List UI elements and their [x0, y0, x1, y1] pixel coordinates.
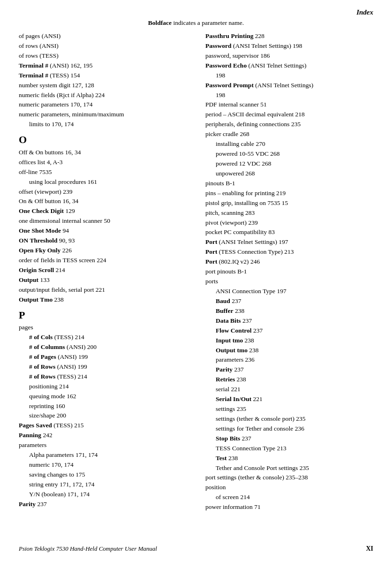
list-item: number system digit 127, 128 — [19, 81, 192, 91]
list-item: 198 — [205, 91, 373, 100]
list-item: powered 10-55 VDC 268 — [205, 149, 373, 159]
list-item: ANSI Connection Type 197 — [205, 287, 373, 296]
content-columns: of pages (ANSI) of rows (ANSI) of rows (… — [19, 31, 373, 512]
list-item: unpowered 268 — [205, 169, 373, 179]
list-item: parameters — [19, 440, 192, 450]
list-item: Y/N (boolean) 171, 174 — [19, 490, 192, 500]
subtitle-bold: Boldface — [148, 19, 172, 26]
page-header: Index — [19, 8, 373, 16]
list-item: Port (TESS Connection Type) 213 — [205, 247, 373, 257]
list-item: serial 221 — [205, 385, 373, 394]
list-item: # of Rows (TESS) 214 — [19, 372, 192, 382]
section-header-p: P — [19, 309, 192, 322]
list-item: Origin Scroll 214 — [19, 265, 192, 275]
list-item: Password Prompt (ANSI Telnet Settings) — [205, 81, 373, 91]
list-item: Terminal # (TESS) 154 — [19, 71, 192, 81]
subtitle: Boldface indicates a parameter name. — [19, 19, 373, 27]
list-item: numeric parameters, minimum/maximum — [19, 110, 192, 120]
list-item: positioning 214 — [19, 382, 192, 392]
list-item: Alpha parameters 171, 174 — [19, 450, 192, 460]
list-item: of screen 214 — [205, 493, 373, 502]
list-item: one dimensional internal scanner 50 — [19, 216, 192, 226]
list-item: Serial In/Out 221 — [205, 394, 373, 404]
list-item: numeric parameters 170, 174 — [19, 100, 192, 110]
list-item: string entry 171, 172, 174 — [19, 480, 192, 490]
list-item: settings (tether & console port) 235 — [205, 414, 373, 424]
list-item: Terminal # (ANSI) 162, 195 — [19, 61, 192, 71]
list-item: # of Rows (ANSI) 199 — [19, 362, 192, 372]
list-item: Test 238 — [205, 454, 373, 463]
list-item: Panning 242 — [19, 431, 192, 440]
page-footer: Psion Teklogix 7530 Hand-Held Computer U… — [0, 545, 392, 553]
list-item: parameters 236 — [205, 355, 373, 365]
list-item: reprinting 160 — [19, 402, 192, 411]
list-item: output/input fields, serial port 221 — [19, 285, 192, 295]
list-item: port settings (tether & console) 235–238 — [205, 473, 373, 483]
list-item: # of Columns (ANSI) 200 — [19, 342, 192, 352]
list-item: Flow Control 237 — [205, 326, 373, 336]
list-item: offset (viewport) 239 — [19, 187, 192, 197]
list-item: pitch, scanning 283 — [205, 208, 373, 218]
list-item: using local procedures 161 — [19, 177, 192, 187]
list-item: peripherals, defining connections 235 — [205, 120, 373, 129]
section-header-o: O — [19, 133, 192, 147]
list-item: settings 235 — [205, 404, 373, 414]
list-item: Output tmo 238 — [205, 346, 373, 356]
list-item: Port (802.IQ v2) 246 — [205, 257, 373, 267]
list-item: size/shape 200 — [19, 411, 192, 421]
list-item: pinouts B-1 — [205, 179, 373, 189]
page: Index Boldface indicates a parameter nam… — [0, 0, 392, 561]
list-item: Input tmo 238 — [205, 336, 373, 346]
list-item: period – ASCII decimal equivalent 218 — [205, 110, 373, 120]
list-item: Pages Saved (TESS) 215 — [19, 421, 192, 431]
list-item: limits to 170, 174 — [19, 120, 192, 129]
list-item: Passthru Printing 228 — [205, 31, 373, 41]
list-item: order of fields in TESS screen 224 — [19, 256, 192, 265]
list-item: # of Cols (TESS) 214 — [19, 333, 192, 342]
list-item: One Shot Mode 94 — [19, 226, 192, 236]
list-item: Password Echo (ANSI Telnet Settings) — [205, 61, 373, 71]
list-item: offices list 4, A-3 — [19, 158, 192, 167]
footer-page-number: XI — [366, 545, 373, 553]
list-item: powered 12 VDC 268 — [205, 159, 373, 169]
list-item: TESS Connection Type 213 — [205, 444, 373, 454]
list-item: Off & On buttons 16, 34 — [19, 148, 192, 158]
list-item: On & Off button 16, 34 — [19, 197, 192, 206]
list-item: Parity 237 — [205, 365, 373, 375]
list-item: pivot (viewport) 239 — [205, 218, 373, 228]
subtitle-rest: indicates a parameter name. — [173, 19, 244, 26]
list-item: 198 — [205, 71, 373, 81]
list-item: settings for Tether and console 236 — [205, 424, 373, 434]
list-item: Open Fky Only 226 — [19, 246, 192, 256]
list-item: Baud 237 — [205, 296, 373, 306]
list-item: of rows (TESS) — [19, 51, 192, 61]
list-item: pocket PC compatibility 83 — [205, 227, 373, 237]
left-column: of pages (ANSI) of rows (ANSI) of rows (… — [19, 31, 192, 512]
list-item: ports — [205, 277, 373, 287]
index-label: Index — [356, 8, 373, 16]
list-item: ON Threshold 90, 93 — [19, 236, 192, 246]
list-item: Parity 237 — [19, 500, 192, 509]
list-item: password, supervisor 186 — [205, 51, 373, 61]
list-item: PDF internal scanner 51 — [205, 100, 373, 110]
list-item: position — [205, 483, 373, 493]
list-item: saving changes to 175 — [19, 470, 192, 480]
list-item: off-line 7535 — [19, 167, 192, 177]
list-item: Buffer 238 — [205, 306, 373, 316]
list-item: power information 71 — [205, 502, 373, 512]
list-item: One Check Digit 129 — [19, 206, 192, 216]
list-item: Password (ANSI Telnet Settings) 198 — [205, 41, 373, 51]
list-item: # of Pages (ANSI) 199 — [19, 352, 192, 362]
list-item: picker cradle 268 — [205, 129, 373, 139]
list-item: Tether and Console Port settings 235 — [205, 463, 373, 473]
list-item: Port (ANSI Telnet Settings) 197 — [205, 237, 373, 247]
right-column: Passthru Printing 228Password (ANSI Teln… — [205, 31, 373, 512]
list-item: port pinouts B-1 — [205, 267, 373, 277]
list-item: Stop Bits 237 — [205, 434, 373, 444]
list-item: of rows (ANSI) — [19, 41, 192, 51]
list-item: Output 133 — [19, 275, 192, 285]
list-item: installing cable 270 — [205, 139, 373, 149]
list-item: Output Tmo 238 — [19, 295, 192, 305]
list-item: pistol grip, installing on 7535 15 — [205, 198, 373, 208]
list-item: of pages (ANSI) — [19, 31, 192, 41]
